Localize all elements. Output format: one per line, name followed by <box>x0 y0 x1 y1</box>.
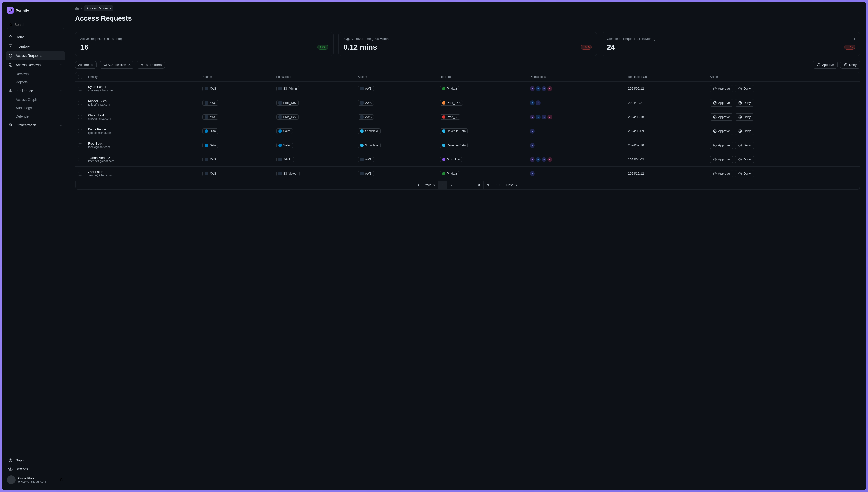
sidebar-item-access-requests[interactable]: Access Requests <box>6 51 65 60</box>
resource-icon <box>442 87 445 90</box>
col-source[interactable]: Source <box>203 75 276 79</box>
svg-point-14 <box>713 116 717 119</box>
sidebar-item-access-graph[interactable]: Access Graph <box>6 96 65 104</box>
page-number[interactable]: 8 <box>475 181 484 189</box>
more-filters-button[interactable]: More filters <box>137 61 165 69</box>
approve-button[interactable]: Approve <box>710 170 733 177</box>
deny-button[interactable]: Deny <box>735 113 754 121</box>
sidebar-item-orchestration[interactable]: Orchestration⌄ <box>6 121 65 129</box>
approve-button[interactable]: Approve <box>710 142 733 149</box>
bulk-approve-button[interactable]: Approve <box>813 61 838 69</box>
approve-button[interactable]: Approve <box>710 113 733 121</box>
sidebar-item-inventory[interactable]: Inventory⌄ <box>6 42 65 51</box>
home-breadcrumb-icon[interactable] <box>75 6 79 10</box>
page-number[interactable]: 10 <box>492 181 503 189</box>
row-checkbox[interactable] <box>78 143 82 147</box>
bulk-deny-button[interactable]: Deny <box>840 61 860 69</box>
stat-delta: ↓ 2% <box>844 45 855 50</box>
resource-tag: Revenue Data <box>440 143 468 148</box>
sidebar-item-defender[interactable]: Defender <box>6 113 65 120</box>
role-icon <box>279 172 282 175</box>
logout-icon[interactable] <box>60 478 64 482</box>
svg-point-22 <box>713 172 717 175</box>
deny-button[interactable]: Deny <box>735 99 754 106</box>
sidebar-item-home[interactable]: Home <box>6 33 65 42</box>
permissions-cell: ●●●● <box>530 86 628 91</box>
resource-tag: PII data <box>440 171 459 176</box>
close-icon[interactable]: ✕ <box>91 63 93 67</box>
close-icon[interactable]: ✕ <box>128 63 131 67</box>
sidebar-item-intelligence[interactable]: Intelligence⌃ <box>6 87 65 95</box>
col-permissions[interactable]: Permissions <box>530 75 628 79</box>
deny-button[interactable]: Deny <box>735 85 754 92</box>
col-identity[interactable]: Identity <box>88 75 203 79</box>
next-button[interactable]: Next <box>503 181 522 189</box>
table-row: Russell Giles rgiles@chat.com AWS Prod_D… <box>75 96 860 110</box>
page-number[interactable]: 3 <box>456 181 465 189</box>
approve-button[interactable]: Approve <box>710 99 733 106</box>
sidebar-item-settings[interactable]: Settings <box>6 465 65 473</box>
prev-button[interactable]: Previous <box>414 181 439 189</box>
row-checkbox[interactable] <box>78 87 82 91</box>
resource-icon <box>442 144 445 147</box>
select-all-checkbox[interactable] <box>78 75 82 79</box>
deny-button[interactable]: Deny <box>735 170 754 177</box>
permissions-cell: ● <box>530 143 628 148</box>
page-number: ... <box>465 181 475 189</box>
permission-badge: ● <box>542 157 546 162</box>
sidebar-item-reviews[interactable]: Reviews <box>6 70 65 78</box>
access-icon <box>360 158 363 161</box>
approve-button[interactable]: Approve <box>710 85 733 92</box>
sidebar-item-reports[interactable]: Reports <box>6 78 65 86</box>
x-circle-icon <box>738 143 742 147</box>
stat-menu-icon[interactable]: ⋮ <box>589 36 593 41</box>
identity-email: rgiles@chat.com <box>88 103 203 106</box>
col-role[interactable]: Role/Group <box>276 75 358 79</box>
role-tag: Prod_Dev <box>276 100 299 105</box>
stat-card: ⋮ Active Requests (This Month) 16 ↑ 2% <box>75 32 333 56</box>
col-access[interactable]: Access <box>358 75 440 79</box>
svg-point-12 <box>713 101 717 104</box>
avatar <box>7 475 16 484</box>
permission-badge: ● <box>530 143 535 148</box>
identity-name: Dylan Parker <box>88 85 203 89</box>
approve-button[interactable]: Approve <box>710 127 733 135</box>
search-input[interactable] <box>6 21 65 29</box>
filter-chip-source[interactable]: AWS, Snowflake✕ <box>99 61 134 69</box>
sidebar-item-access-reviews[interactable]: Access Reviews⌃ <box>6 60 65 69</box>
role-icon <box>279 101 282 104</box>
svg-rect-4 <box>10 64 12 67</box>
logo[interactable]: Permify <box>6 6 65 15</box>
access-tag: AWS <box>358 171 374 176</box>
col-requested[interactable]: Requested On <box>628 75 710 79</box>
user-card[interactable]: Olivia Rhye olivia@untitledui.com <box>6 473 65 486</box>
stats: ⋮ Active Requests (This Month) 16 ↑ 2% ⋮… <box>75 32 860 56</box>
page-number[interactable]: 9 <box>484 181 492 189</box>
page-number[interactable]: 2 <box>447 181 456 189</box>
page-title: Access Requests <box>69 15 866 26</box>
deny-button[interactable]: Deny <box>735 156 754 163</box>
role-icon <box>279 87 282 90</box>
row-checkbox[interactable] <box>78 172 82 176</box>
row-checkbox[interactable] <box>78 115 82 119</box>
search-field[interactable] <box>15 23 62 27</box>
filter-chip-time[interactable]: All time✕ <box>75 61 97 69</box>
role-tag: Prod_Dev <box>276 114 299 120</box>
deny-button[interactable]: Deny <box>735 127 754 135</box>
row-checkbox[interactable] <box>78 129 82 133</box>
access-icon <box>360 101 363 104</box>
source-icon <box>205 115 208 119</box>
row-checkbox[interactable] <box>78 157 82 162</box>
stat-menu-icon[interactable]: ⋮ <box>326 36 330 41</box>
stat-menu-icon[interactable]: ⋮ <box>852 36 857 41</box>
deny-button[interactable]: Deny <box>735 142 754 149</box>
sidebar-item-support[interactable]: Support <box>6 456 65 465</box>
row-checkbox[interactable] <box>78 101 82 105</box>
approve-button[interactable]: Approve <box>710 156 733 163</box>
col-resource[interactable]: Resource <box>440 75 530 79</box>
page-number[interactable]: 1 <box>439 181 447 189</box>
identity-cell: Russell Giles rgiles@chat.com <box>88 99 203 106</box>
access-icon <box>360 115 363 119</box>
check-circle-icon <box>713 115 717 119</box>
sidebar-item-audit-logs[interactable]: Audit Logs <box>6 104 65 112</box>
